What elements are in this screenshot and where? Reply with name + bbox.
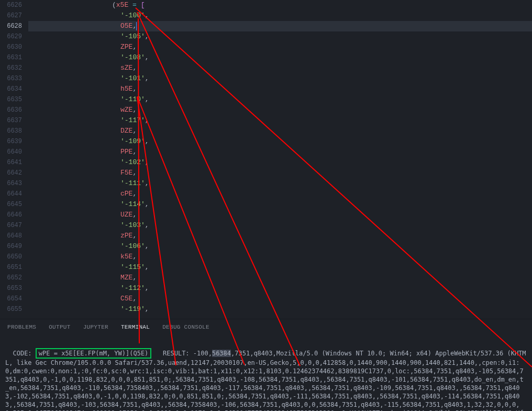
token: '-100': [120, 12, 145, 19]
token: =: [132, 1, 137, 9]
code-line[interactable]: (x5E = [: [28, 0, 532, 10]
code-line[interactable]: zPE,: [28, 231, 532, 241]
line-number: 6642: [0, 168, 22, 178]
line-number: 6629: [0, 31, 22, 42]
token: '-112': [120, 284, 145, 292]
result-selected: 56384: [212, 350, 231, 357]
line-number: 6655: [0, 304, 22, 315]
line-number: 6630: [0, 42, 22, 52]
code-line[interactable]: '-117',: [28, 115, 532, 126]
line-number: 6634: [0, 84, 22, 94]
line-number: 6650: [0, 252, 22, 262]
code-line[interactable]: '-110',: [28, 94, 532, 105]
token: ,: [145, 221, 149, 229]
token: [: [141, 1, 145, 9]
code-line[interactable]: '-102',: [28, 157, 532, 168]
code-line[interactable]: PPE,: [28, 147, 532, 157]
token: ,: [132, 295, 137, 302]
token: ,: [145, 74, 149, 82]
token: ZPE: [120, 43, 132, 51]
token: ,: [145, 179, 149, 187]
code-line[interactable]: '-119',: [28, 304, 532, 315]
code-line[interactable]: h5E,: [28, 84, 532, 94]
code-line[interactable]: ZPE,: [28, 42, 532, 52]
line-number: 6638: [0, 126, 22, 136]
code-line[interactable]: k5E,: [28, 252, 532, 262]
line-number: 6631: [0, 52, 22, 63]
highlighted-expression: wPE = x5E[EE.FP(mM, YW)](Q5E): [36, 348, 152, 359]
line-number: 6652: [0, 273, 22, 283]
line-number: 6640: [0, 147, 22, 157]
code-line[interactable]: '-111',: [28, 178, 532, 189]
panel-tabs: PROBLEMSOUTPUTJUPYTERTERMINALDEBUG CONSO…: [0, 319, 532, 334]
panel-tab-terminal[interactable]: TERMINAL: [121, 324, 150, 330]
code-line[interactable]: '-103',: [28, 220, 532, 231]
line-number: 6633: [0, 73, 22, 84]
code-line[interactable]: '-101',: [28, 73, 532, 84]
token: sZE: [120, 64, 132, 72]
panel-tab-debug-console[interactable]: DEBUG CONSOLE: [162, 324, 209, 330]
panel-tab-output[interactable]: OUTPUT: [49, 324, 70, 330]
code-line[interactable]: O5E,: [28, 21, 532, 31]
token: '-102': [120, 158, 145, 166]
token: ,: [132, 106, 137, 114]
code-line[interactable]: '-108',: [28, 52, 532, 63]
token: C5E: [120, 295, 132, 302]
token: ,: [132, 127, 137, 135]
code-line[interactable]: wZE,: [28, 105, 532, 115]
token: ,: [132, 274, 137, 282]
line-number: 6649: [0, 241, 22, 252]
code-line[interactable]: C5E,: [28, 294, 532, 304]
code-line[interactable]: '-112',: [28, 283, 532, 294]
code-line[interactable]: '-114',: [28, 199, 532, 210]
token: F5E: [120, 169, 132, 177]
line-number: 6627: [0, 10, 22, 21]
code-line[interactable]: '-115',: [28, 262, 532, 273]
code-line[interactable]: cPE,: [28, 189, 532, 199]
line-number: 6636: [0, 105, 22, 115]
token: ,: [132, 190, 137, 198]
panel-tab-problems[interactable]: PROBLEMS: [7, 324, 36, 330]
token: ,: [145, 242, 149, 250]
code-line[interactable]: sZE,: [28, 63, 532, 73]
code-line[interactable]: UZE,: [28, 210, 532, 220]
token: ,: [145, 116, 149, 124]
token: '-103': [120, 221, 145, 229]
token: '-109': [120, 137, 145, 145]
line-number: 6639: [0, 136, 22, 147]
panel-tab-jupyter[interactable]: JUPYTER: [83, 324, 108, 330]
token: '-117': [120, 116, 145, 124]
token: ,: [132, 64, 137, 72]
code-line[interactable]: '-109',: [28, 136, 532, 147]
line-number: 6644: [0, 189, 22, 199]
line-number: 6654: [0, 294, 22, 304]
line-number: 6643: [0, 178, 22, 189]
line-number: 6647: [0, 220, 22, 231]
result-prefix: RESULT: -100,: [151, 350, 212, 357]
token: ,: [132, 85, 137, 93]
line-number: 6626: [0, 0, 22, 10]
code-line[interactable]: MZE,: [28, 273, 532, 283]
token: '-114': [120, 200, 145, 208]
line-number: 6632: [0, 63, 22, 73]
line-number: 6653: [0, 283, 22, 294]
code-line[interactable]: '-100',: [28, 10, 532, 21]
code-line[interactable]: '-106',: [28, 241, 532, 252]
token: ,: [132, 253, 137, 261]
token: [137, 1, 141, 9]
code-line[interactable]: '-105',: [28, 31, 532, 42]
code-area[interactable]: (x5E = ['-100',O5E,'-105',ZPE,'-108',sZE…: [28, 0, 532, 319]
token: x5E: [116, 1, 128, 9]
result-continuation: ,7351,q8403,Mozilla/5.0 (Windows NT 10.0…: [5, 350, 526, 411]
token: ,: [145, 200, 149, 208]
line-number: 6641: [0, 157, 22, 168]
terminal-output[interactable]: CODE: wPE = x5E[EE.FP(mM, YW)](Q5E) RESU…: [0, 334, 532, 411]
code-line[interactable]: DZE,: [28, 126, 532, 136]
token: DZE: [120, 127, 132, 135]
token: O5E: [120, 22, 132, 30]
token: ,: [145, 137, 149, 145]
token: '-108': [120, 53, 145, 61]
code-line[interactable]: F5E,: [28, 168, 532, 178]
token: ,: [145, 158, 149, 166]
text-cursor: [136, 22, 137, 30]
